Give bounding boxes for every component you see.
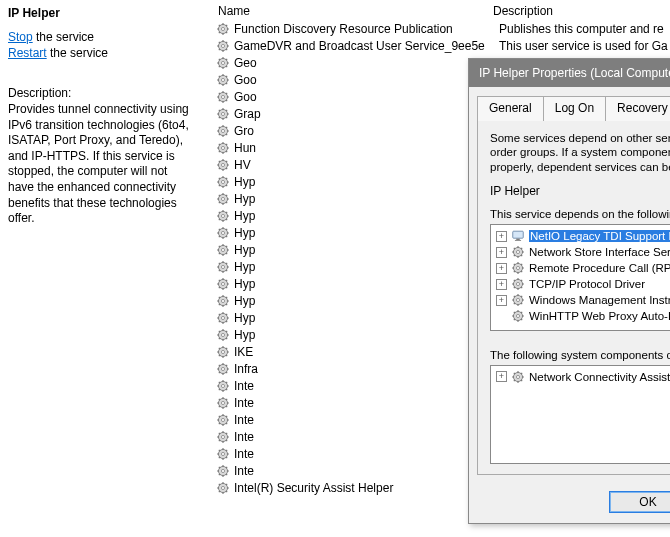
service-name-cell: GameDVR and Broadcast User Service_9ee5e <box>234 39 499 53</box>
gear-icon <box>511 245 525 259</box>
tree-item-label: TCP/IP Protocol Driver <box>529 278 645 290</box>
gear-icon <box>216 260 230 274</box>
service-name-cell: Hyp <box>234 294 499 308</box>
gear-icon <box>216 243 230 257</box>
service-name-cell: Grap <box>234 107 499 121</box>
tab-recovery[interactable]: Recovery <box>605 96 670 121</box>
gear-icon <box>216 124 230 138</box>
tree-item[interactable]: +Remote Procedure Call (RPC) <box>494 260 670 276</box>
service-name-cell: Inte <box>234 464 499 478</box>
gear-icon <box>216 39 230 53</box>
gear-icon <box>216 73 230 87</box>
service-name-cell: Geo <box>234 56 499 70</box>
service-name-cell: Hyp <box>234 243 499 257</box>
expand-icon[interactable]: + <box>496 279 507 290</box>
restart-link[interactable]: Restart <box>8 46 47 60</box>
gear-icon <box>511 277 525 291</box>
gear-icon <box>216 56 230 70</box>
col-name[interactable]: Name <box>202 4 487 18</box>
dialog-titlebar[interactable]: IP Helper Properties (Local Computer) ✕ <box>469 59 670 87</box>
service-name-cell: Hyp <box>234 209 499 223</box>
service-name-cell: Goo <box>234 73 499 87</box>
service-name-cell: Gro <box>234 124 499 138</box>
tree-item[interactable]: WinHTTP Web Proxy Auto-Discovery Service <box>494 308 670 324</box>
description-text: Provides tunnel connectivity using IPv6 … <box>8 102 194 227</box>
service-name-cell: Inte <box>234 396 499 410</box>
service-name-cell: Intel(R) Security Assist Helper <box>234 481 499 495</box>
restart-suffix: the service <box>47 46 108 60</box>
tree-item-label: Network Store Interface Service <box>529 246 670 258</box>
stop-link[interactable]: Stop <box>8 30 33 44</box>
tree-item[interactable]: +Network Connectivity Assistant <box>494 369 670 385</box>
service-name-cell: Hyp <box>234 260 499 274</box>
gear-icon <box>216 396 230 410</box>
gear-icon <box>216 311 230 325</box>
service-name-cell: Hyp <box>234 192 499 206</box>
gear-icon <box>216 294 230 308</box>
tree-item-label: Remote Procedure Call (RPC) <box>529 262 670 274</box>
depends-on-tree[interactable]: +NetIO Legacy TDI Support Driver+Network… <box>490 224 670 331</box>
gear-icon <box>216 362 230 376</box>
service-name-cell: Inte <box>234 447 499 461</box>
gear-icon <box>216 481 230 495</box>
ok-button[interactable]: OK <box>609 491 670 513</box>
service-row[interactable]: GameDVR and Broadcast User Service_9ee5e… <box>202 37 670 54</box>
gear-icon <box>216 226 230 240</box>
gear-icon <box>216 277 230 291</box>
tree-item-label: WinHTTP Web Proxy Auto-Discovery Service <box>529 310 670 322</box>
service-name-cell: HV <box>234 158 499 172</box>
tab-logon[interactable]: Log On <box>543 96 606 121</box>
gear-icon <box>216 175 230 189</box>
gear-icon <box>216 447 230 461</box>
expand-icon[interactable]: + <box>496 263 507 274</box>
tree-item[interactable]: +Network Store Interface Service <box>494 244 670 260</box>
service-name-cell: Inte <box>234 379 499 393</box>
expand-icon[interactable]: + <box>496 231 507 242</box>
gear-icon <box>216 209 230 223</box>
col-desc[interactable]: Description <box>487 4 670 18</box>
dialog-buttons: OK Cancel Apply <box>469 483 670 523</box>
dependents-tree[interactable]: +Network Connectivity Assistant <box>490 365 670 464</box>
service-name: IP Helper <box>490 184 670 198</box>
gear-icon <box>216 158 230 172</box>
service-name-cell: Hyp <box>234 175 499 189</box>
gear-icon <box>216 464 230 478</box>
service-name-cell: Inte <box>234 413 499 427</box>
gear-icon <box>216 90 230 104</box>
gear-icon <box>216 107 230 121</box>
tab-panel-dependencies: Some services depend on other services, … <box>477 120 670 475</box>
tree-item[interactable]: +TCP/IP Protocol Driver <box>494 276 670 292</box>
service-name-cell: IKE <box>234 345 499 359</box>
tree-item[interactable]: +NetIO Legacy TDI Support Driver <box>494 228 670 244</box>
expand-icon[interactable]: + <box>496 247 507 258</box>
tree-item-label: NetIO Legacy TDI Support Driver <box>529 230 670 242</box>
service-name-cell: Hyp <box>234 226 499 240</box>
details-pane: IP Helper Stop the service Restart the s… <box>0 0 202 537</box>
dialog-title: IP Helper Properties (Local Computer) <box>479 66 670 80</box>
gear-icon <box>216 413 230 427</box>
gear-icon <box>511 370 525 384</box>
service-name-cell: Infra <box>234 362 499 376</box>
service-name-cell: Function Discovery Resource Publication <box>234 22 499 36</box>
service-name-cell: Goo <box>234 90 499 104</box>
properties-dialog: IP Helper Properties (Local Computer) ✕ … <box>468 58 670 524</box>
description-label: Description: <box>8 86 194 100</box>
expand-icon[interactable]: + <box>496 295 507 306</box>
gear-icon <box>216 379 230 393</box>
expand-icon[interactable]: + <box>496 371 507 382</box>
dependencies-explain: Some services depend on other services, … <box>490 131 670 174</box>
service-name-cell: Hyp <box>234 311 499 325</box>
service-desc-cell: This user service is used for Ga <box>499 39 670 53</box>
service-row[interactable]: Function Discovery Resource PublicationP… <box>202 20 670 37</box>
service-title: IP Helper <box>8 6 194 20</box>
tree-item[interactable]: +Windows Management Instrumentation <box>494 292 670 308</box>
tree-item-label: Windows Management Instrumentation <box>529 294 670 306</box>
gear-icon <box>511 309 525 323</box>
tab-general[interactable]: General <box>477 96 544 121</box>
gear-icon <box>511 261 525 275</box>
gear-icon <box>216 141 230 155</box>
service-name-cell: Hun <box>234 141 499 155</box>
stop-suffix: the service <box>33 30 94 44</box>
monitor-icon <box>511 229 525 243</box>
dependents-label: The following system components depend o… <box>490 349 670 361</box>
